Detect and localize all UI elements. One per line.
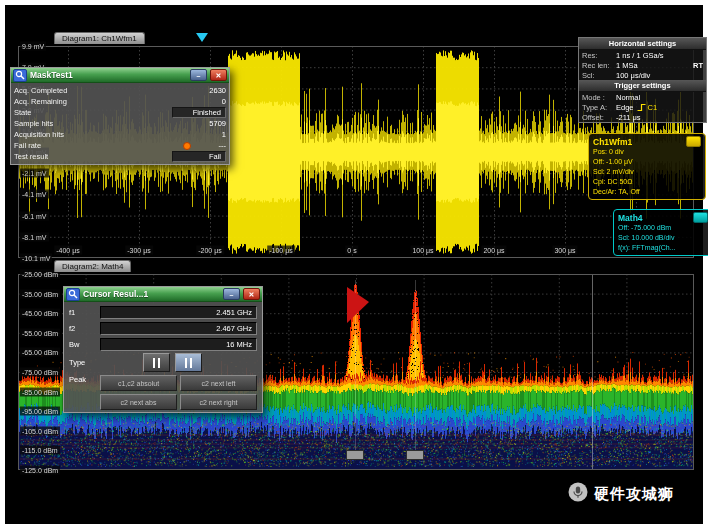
row-value: Normal — [616, 93, 640, 102]
rising-edge-icon — [637, 103, 646, 112]
microphone-icon — [568, 482, 588, 506]
row-value: 1 — [222, 130, 226, 139]
row-label: Res: — [582, 51, 616, 60]
trigger-type-row[interactable]: Type A: Edge C1 — [579, 102, 706, 112]
row-label: Test result — [14, 152, 48, 161]
mask-row-state: State Finished — [14, 107, 226, 118]
oscilloscope-screen: Diagram1: Ch1Wfm1 9.9 mV7.9 mV5.9 mV3.9 … — [0, 0, 708, 529]
resolution-row[interactable]: Res: 1 ns / 1 GSa/s — [579, 50, 706, 60]
magnifier-icon[interactable] — [66, 288, 80, 301]
row-label: Peak — [69, 375, 95, 384]
row-label: Fail rate — [14, 141, 41, 150]
bw-value-field[interactable]: 16 MHz — [100, 338, 257, 351]
math-waveform-icon[interactable] — [693, 212, 708, 223]
watermark: 硬件攻城狮 — [568, 482, 674, 506]
cursor-results-dialog: Cursor Resul...1 – ✕ f1 2.451 GHz f2 2.4… — [63, 286, 263, 413]
badge-row: Dec/Ar: TA, Off — [593, 187, 701, 197]
trigger-mode-row[interactable]: Mode : Normal — [579, 92, 706, 102]
horizontal-settings-title: Horizontal settings — [579, 38, 706, 50]
timebase-scale-row[interactable]: Scl: 100 μs/div — [579, 70, 706, 80]
row-label: Mode : — [582, 93, 616, 102]
mask-row-fail-rate: Fail rate --- — [14, 140, 226, 151]
row-label: Scl: — [582, 71, 616, 80]
row-value: 1 ns / 1 GSa/s — [616, 51, 664, 60]
row-label: Offset: — [582, 113, 616, 122]
mask-dialog-title: MaskTest1 — [30, 70, 187, 80]
cursor-dialog-title: Cursor Resul...1 — [83, 289, 220, 299]
cursor-f1-row: f1 2.451 GHz — [67, 304, 259, 320]
realtime-badge: RT — [693, 61, 703, 70]
trigger-source-label: C1 — [648, 103, 658, 112]
tab-diagram1[interactable]: Diagram1: Ch1Wfm1 — [54, 32, 145, 44]
row-value: 5709 — [209, 119, 226, 128]
minimize-button[interactable]: – — [223, 288, 240, 300]
row-label: f1 — [69, 308, 95, 317]
ch1wfm1-signal-badge[interactable]: Ch1Wfm1 Pos: 0 div Off: -1.00 μV Scl: 2 … — [588, 133, 706, 200]
cursor-dialog-body: f1 2.451 GHz f2 2.467 GHz Bw 16 MHz Type… — [64, 302, 262, 412]
cursor-f2-row: f2 2.467 GHz — [67, 320, 259, 336]
magnifier-icon[interactable] — [13, 69, 27, 82]
f1-value-field[interactable]: 2.451 GHz — [100, 306, 257, 319]
peak-c1c2-absolute-button[interactable]: c1,c2 absolut — [100, 375, 177, 391]
row-label: Sample hits — [14, 119, 53, 128]
badge-row: Off: -75.000 dBm — [618, 223, 708, 233]
mask-test-dialog: MaskTest1 – ✕ Acq. Completed 2630 Acq. R… — [10, 67, 230, 165]
row-label: Acquisition hits — [14, 130, 64, 139]
row-value: --- — [219, 141, 227, 150]
cursor-peak-row: Peak c1,c2 absolut c2 next left c2 next … — [67, 373, 259, 410]
cursor-type-button-1[interactable] — [143, 353, 170, 372]
mask-row-test-result: Test result Fail — [14, 151, 226, 162]
row-label: Bw — [69, 340, 95, 349]
row-label: f2 — [69, 324, 95, 333]
horizontal-settings-panel[interactable]: Horizontal settings Res: 1 ns / 1 GSa/s … — [578, 37, 707, 123]
cursor-dialog-titlebar[interactable]: Cursor Resul...1 – ✕ — [64, 287, 262, 302]
mask-row-acquisition-hits: Acquisition hits 1 — [14, 129, 226, 140]
row-label: Acq. Completed — [14, 86, 67, 95]
trigger-settings-title: Trigger settings — [579, 80, 706, 92]
watermark-text: 硬件攻城狮 — [594, 485, 674, 504]
mask-row-acq-completed: Acq. Completed 2630 — [14, 85, 226, 96]
state-value-box: Finished — [172, 107, 226, 118]
row-value: 2630 — [209, 86, 226, 95]
badge-row: Pos: 0 div — [593, 147, 701, 157]
cursor-type-row: Type — [67, 352, 259, 373]
row-label: Acq. Remaining — [14, 97, 67, 106]
row-label: Type A: — [582, 103, 616, 112]
close-button[interactable]: ✕ — [210, 69, 227, 81]
badge-row: f(x): FFTmag(Ch... — [618, 243, 708, 253]
f2-value-field[interactable]: 2.467 GHz — [100, 322, 257, 335]
tab-diagram2[interactable]: Diagram2: Math4 — [54, 260, 131, 272]
trigger-offset-row[interactable]: Offset: -211 μs — [579, 112, 706, 122]
row-label: Rec len: — [582, 61, 616, 70]
mask-row-acq-remaining: Acq. Remaining 0 — [14, 96, 226, 107]
peak-buttons-grid: c1,c2 absolut c2 next left c2 next abs c… — [100, 375, 257, 410]
mask-row-sample-hits: Sample hits 5709 — [14, 118, 226, 129]
row-value: 1 MSa — [616, 61, 638, 70]
peak-c2-next-left-button[interactable]: c2 next left — [180, 375, 257, 391]
row-value: -211 μs — [616, 113, 641, 122]
row-value: 0 — [222, 97, 226, 106]
peak-c2-next-abs-button[interactable]: c2 next abs — [100, 394, 177, 410]
row-value: 100 μs/div — [616, 71, 650, 80]
badge-row: Scl: 2 mV/div — [593, 167, 701, 177]
mask-dialog-titlebar[interactable]: MaskTest1 – ✕ — [11, 68, 229, 83]
fail-status-dot-icon — [183, 142, 191, 150]
cursor-type-button-2[interactable] — [175, 353, 202, 372]
close-button[interactable]: ✕ — [243, 288, 260, 300]
record-length-row[interactable]: Rec len: 1 MSa RT — [579, 60, 706, 70]
minimize-button[interactable]: – — [190, 69, 207, 81]
peak-c2-next-right-button[interactable]: c2 next right — [180, 394, 257, 410]
row-value: Edge — [616, 103, 634, 112]
row-label: Type — [69, 358, 95, 367]
row-label: State — [14, 108, 32, 117]
mask-dialog-body: Acq. Completed 2630 Acq. Remaining 0 Sta… — [11, 83, 229, 164]
badge-row: Scl: 10.000 dB/div — [618, 233, 708, 243]
trigger-position-marker[interactable] — [196, 33, 208, 42]
cursor-bw-row: Bw 16 MHz — [67, 336, 259, 352]
channel-waveform-icon[interactable] — [686, 136, 701, 147]
badge-row: Cpl: DC 50Ω — [593, 177, 701, 187]
test-result-value-box: Fail — [172, 151, 226, 162]
badge-title: Math4 — [618, 213, 643, 223]
math4-signal-badge[interactable]: Math4 Off: -75.000 dBm Scl: 10.000 dB/di… — [613, 209, 708, 256]
badge-title: Ch1Wfm1 — [593, 137, 632, 147]
